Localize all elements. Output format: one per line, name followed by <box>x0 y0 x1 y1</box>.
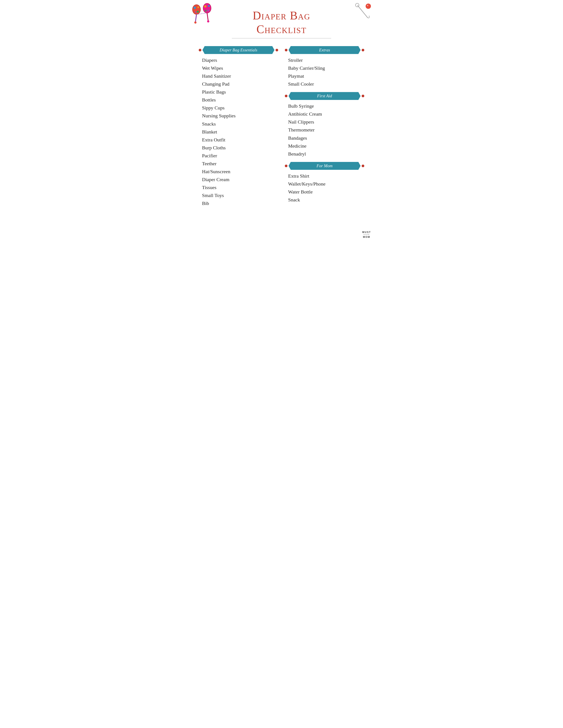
extras-banner-label: Extras <box>289 46 361 54</box>
list-item: Extra Shirt <box>288 172 364 180</box>
svg-point-18 <box>367 5 368 6</box>
first-aid-banner-label: First Aid <box>289 92 361 100</box>
list-item: Playmat <box>288 72 364 80</box>
banner-dot-left-fm <box>285 165 288 167</box>
watermark-have: Have <box>362 233 371 236</box>
banner-dot-right <box>275 49 278 51</box>
list-item: Small Toys <box>202 191 278 199</box>
list-item: Nursing Supplies <box>202 112 278 120</box>
list-item: Bib <box>202 199 278 207</box>
for-mom-banner: For Mom <box>285 162 364 170</box>
for-mom-list: Extra Shirt Wallet/Keys/Phone Water Bott… <box>285 172 364 204</box>
list-item: Nail Clippers <box>288 118 364 126</box>
list-item: Hand Sanitizer <box>202 72 278 80</box>
content-columns: Diaper Bag Essentials Diapers Wet Wipes … <box>199 44 364 209</box>
list-item: Benadryl <box>288 150 364 158</box>
list-item: Baby Carrier/Sling <box>288 64 364 72</box>
page: Diaper Bag Checklist Diaper Bag Essentia… <box>188 0 375 243</box>
list-item: Burp Cloths <box>202 144 278 152</box>
watermark-must: Must <box>362 231 371 233</box>
banner-dot-right-extras <box>362 49 364 51</box>
essentials-banner: Diaper Bag Essentials <box>199 46 278 54</box>
list-item: Extra Outfit <box>202 136 278 144</box>
list-item: Snacks <box>202 120 278 128</box>
for-mom-banner-label: For Mom <box>289 162 361 170</box>
watermark-mom: Mom <box>362 236 371 238</box>
list-item: Plastic Bags <box>202 88 278 96</box>
list-item: Water Bottle <box>288 188 364 196</box>
svg-point-6 <box>194 21 196 24</box>
list-item: Medicine <box>288 142 364 150</box>
extras-banner: Extras <box>285 46 364 54</box>
page-title: Diaper Bag Checklist <box>199 9 364 36</box>
list-item: Stroller <box>288 56 364 64</box>
first-aid-banner: First Aid <box>285 92 364 100</box>
essentials-list: Diapers Wet Wipes Hand Sanitizer Changin… <box>199 56 278 208</box>
list-item: Wallet/Keys/Phone <box>288 180 364 188</box>
banner-dot-right-fa <box>362 95 364 97</box>
essentials-banner-label: Diaper Bag Essentials <box>202 46 274 54</box>
header-divider <box>232 38 331 38</box>
list-item: Diaper Cream <box>202 176 278 184</box>
watermark: Must Have Mom <box>362 231 371 238</box>
list-item: Small Cooler <box>288 80 364 88</box>
list-item: Pacifier <box>202 152 278 160</box>
right-column: Extras Stroller Baby Carrier/Sling Playm… <box>285 44 364 209</box>
svg-point-17 <box>366 4 371 9</box>
svg-point-3 <box>195 11 196 13</box>
svg-point-4 <box>197 11 199 13</box>
list-item: Blanket <box>202 128 278 136</box>
list-item: Thermometer <box>288 126 364 134</box>
svg-line-5 <box>195 14 196 22</box>
extras-list: Stroller Baby Carrier/Sling Playmat Smal… <box>285 56 364 88</box>
left-column: Diaper Bag Essentials Diapers Wet Wipes … <box>199 44 278 209</box>
svg-point-16 <box>356 3 359 7</box>
list-item: Bulb Syringe <box>288 102 364 110</box>
list-item: Tissues <box>202 184 278 191</box>
header: Diaper Bag Checklist <box>199 7 364 41</box>
banner-dot-left-fa <box>285 95 288 97</box>
list-item: Changing Pad <box>202 80 278 88</box>
banner-dot-left-extras <box>285 49 288 51</box>
list-item: Sippy Cups <box>202 104 278 112</box>
svg-point-1 <box>194 7 196 9</box>
list-item: Snack <box>288 196 364 204</box>
list-item: Antibiotic Cream <box>288 110 364 118</box>
list-item: Wet Wipes <box>202 64 278 72</box>
first-aid-list: Bulb Syringe Antibiotic Cream Nail Clipp… <box>285 102 364 158</box>
banner-dot-right-fm <box>362 165 364 167</box>
list-item: Bottles <box>202 96 278 104</box>
banner-dot-left <box>199 49 201 51</box>
list-item: Bandages <box>288 134 364 142</box>
list-item: Diapers <box>202 56 278 64</box>
list-item: Hat/Sunscreen <box>202 168 278 176</box>
list-item: Teether <box>202 160 278 168</box>
